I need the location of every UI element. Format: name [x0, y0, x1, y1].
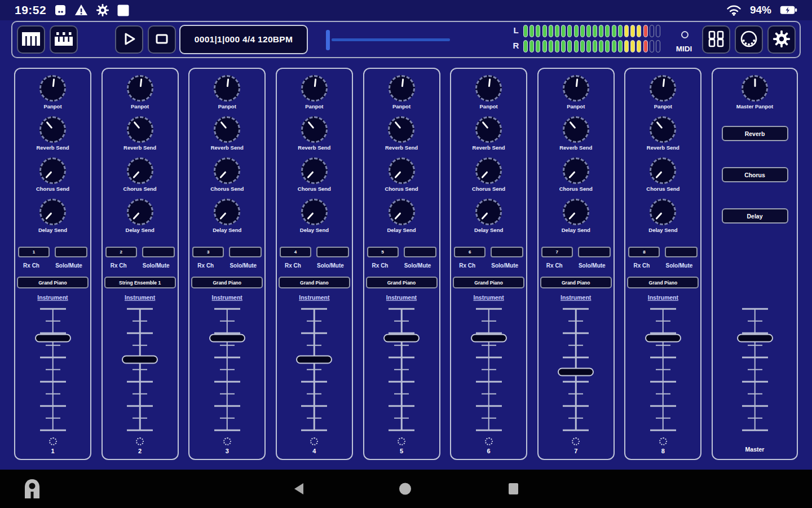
chorus-send-knob[interactable] [563, 157, 589, 184]
instrument-button[interactable]: Grand Piano [17, 277, 89, 288]
reverb-send-knob[interactable] [650, 116, 676, 143]
reverb-send-label: Reverb Send [559, 144, 592, 151]
settings-button[interactable] [767, 25, 796, 54]
delay-send-knob[interactable] [39, 199, 66, 225]
back-button[interactable] [292, 482, 304, 496]
panpot-knob[interactable] [39, 75, 66, 102]
panpot-knob[interactable] [475, 75, 502, 102]
knob-pointer [220, 212, 227, 220]
volume-fader[interactable] [103, 309, 178, 430]
panpot-knob[interactable] [650, 75, 676, 102]
delay-send-knob[interactable] [563, 199, 589, 225]
master-panpot-knob[interactable] [742, 75, 768, 102]
volume-fader[interactable] [539, 309, 614, 430]
solo-mute-button[interactable] [229, 247, 262, 257]
solo-mute-label: Solo/Mute [55, 262, 82, 269]
volume-fader[interactable] [189, 309, 264, 430]
instrument-button[interactable]: Grand Piano [279, 277, 350, 288]
master-fader[interactable] [713, 309, 797, 430]
chorus-send-knob[interactable] [389, 157, 415, 184]
reverb-send-knob[interactable] [563, 116, 589, 143]
rx-ch-button[interactable]: 8 [628, 247, 660, 257]
chorus-send-knob[interactable] [127, 157, 153, 184]
meter-segment [567, 40, 572, 52]
fader-tick [650, 308, 676, 310]
fader-handle[interactable] [383, 334, 420, 342]
grid-button[interactable] [702, 25, 730, 54]
instrument-button[interactable]: String Ensemble 1 [104, 277, 176, 288]
fader-handle[interactable] [645, 334, 681, 342]
panpot-knob[interactable] [563, 75, 589, 102]
reverb-send-knob[interactable] [39, 116, 66, 143]
volume-fader[interactable] [277, 309, 352, 430]
chorus-send-knob[interactable] [301, 157, 328, 184]
volume-fader[interactable] [364, 309, 439, 430]
progress-thumb[interactable] [326, 30, 330, 50]
fader-handle[interactable] [558, 367, 594, 376]
rx-ch-button[interactable]: 6 [454, 247, 486, 257]
stop-button[interactable] [148, 25, 176, 54]
fader-tick [748, 344, 762, 346]
fader-handle[interactable] [122, 356, 158, 364]
reverb-button[interactable]: Reverb [722, 126, 788, 141]
fader-handle[interactable] [737, 334, 773, 342]
delay-send-knob[interactable] [650, 199, 676, 225]
fader-handle[interactable] [296, 356, 332, 364]
reverb-send-knob[interactable] [475, 116, 502, 143]
reverb-send-knob[interactable] [301, 116, 328, 143]
instrument-button[interactable]: Grand Piano [540, 277, 612, 288]
chorus-send-knob[interactable] [650, 157, 676, 184]
progress-bar[interactable] [332, 38, 450, 41]
midi-connect-button[interactable] [735, 25, 763, 54]
solo-mute-button[interactable] [55, 247, 87, 257]
keyboard-button[interactable] [17, 25, 45, 54]
recents-button[interactable] [509, 483, 518, 494]
pads-button[interactable] [50, 25, 78, 54]
chorus-send-knob[interactable] [214, 157, 240, 184]
instrument-button[interactable]: Grand Piano [453, 277, 524, 288]
volume-fader[interactable] [451, 309, 526, 430]
instrument-button[interactable]: Grand Piano [627, 277, 699, 288]
chorus-send-knob[interactable] [39, 157, 66, 184]
rx-ch-button[interactable]: 1 [18, 247, 50, 257]
solo-mute-button[interactable] [578, 247, 611, 257]
solo-mute-button[interactable] [404, 247, 436, 257]
launcher-icon[interactable] [23, 478, 42, 500]
fader-tick [563, 430, 589, 431]
reverb-send-knob[interactable] [127, 116, 153, 143]
instrument-button[interactable]: Grand Piano [191, 277, 263, 288]
delay-send-knob[interactable] [214, 199, 240, 225]
volume-fader[interactable] [625, 309, 700, 430]
delay-button[interactable]: Delay [722, 208, 788, 224]
fader-handle[interactable] [471, 334, 507, 342]
solo-mute-button[interactable] [142, 247, 175, 257]
delay-send-knob[interactable] [475, 199, 502, 225]
panpot-knob[interactable] [301, 75, 328, 102]
rx-ch-button[interactable]: 2 [105, 247, 137, 257]
delay-send-knob[interactable] [127, 199, 153, 225]
rx-ch-button[interactable]: 7 [541, 247, 573, 257]
solo-mute-button[interactable] [316, 247, 349, 257]
rx-ch-button[interactable]: 4 [280, 247, 311, 257]
delay-send-knob[interactable] [301, 199, 328, 225]
panpot-knob[interactable] [214, 75, 240, 102]
panpot-knob[interactable] [127, 75, 153, 102]
reverb-send-knob[interactable] [214, 116, 240, 143]
home-button[interactable] [399, 483, 411, 495]
instrument-name: Grand Piano [213, 280, 241, 286]
chorus-button[interactable]: Chorus [722, 167, 788, 182]
fader-handle[interactable] [35, 334, 71, 342]
rx-ch-button[interactable]: 3 [192, 247, 224, 257]
chorus-send-knob[interactable] [475, 157, 502, 184]
solo-mute-button[interactable] [491, 247, 523, 257]
volume-fader[interactable] [15, 309, 90, 430]
reverb-send-knob[interactable] [388, 116, 414, 143]
fader-tick [482, 393, 496, 395]
play-button[interactable] [115, 25, 143, 54]
solo-mute-button[interactable] [665, 247, 698, 257]
instrument-button[interactable]: Grand Piano [366, 277, 438, 288]
delay-send-knob[interactable] [389, 199, 415, 225]
panpot-knob[interactable] [389, 75, 415, 102]
fader-handle[interactable] [209, 334, 245, 342]
rx-ch-button[interactable]: 5 [367, 247, 399, 257]
